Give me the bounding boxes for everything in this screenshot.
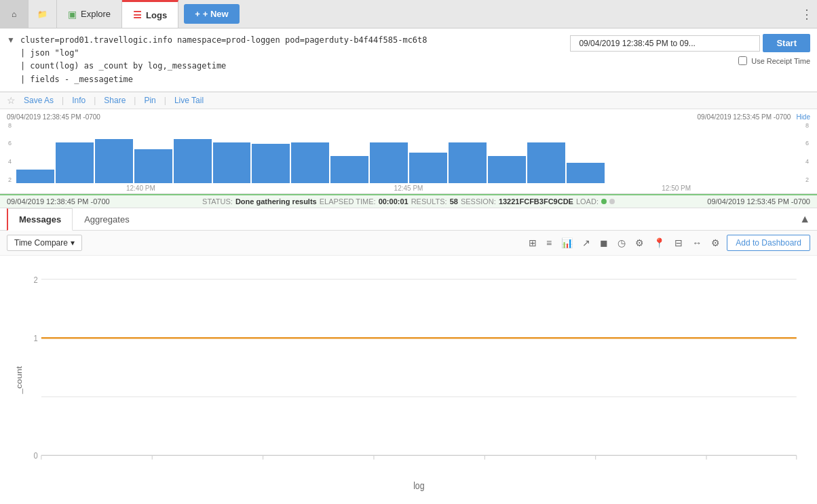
logs-icon: ☰ xyxy=(133,9,142,20)
histogram-bar-13[interactable] xyxy=(527,142,565,183)
y-axis-2: 2 xyxy=(8,176,12,183)
query-toolbar: ☆ Save As | Info | Share | Pin | Live Ta… xyxy=(0,92,817,109)
save-as-link[interactable]: Save As xyxy=(24,96,54,105)
histogram-bar-8[interactable] xyxy=(330,156,368,183)
histogram-bar-4[interactable] xyxy=(174,139,212,183)
content-area: 09/04/2019 12:38:45 PM -0700 09/04/2019 … xyxy=(0,109,817,504)
query-line-3: | count(log) as _count by log,_messageti… xyxy=(20,60,565,73)
more-menu-button[interactable]: ⋮ xyxy=(797,0,817,28)
histogram-bar-11[interactable] xyxy=(449,142,487,183)
logs-tab[interactable]: ☰ Logs xyxy=(122,0,178,28)
messages-tab[interactable]: Messages xyxy=(7,208,73,231)
query-line-1: cluster=prod01.travellogic.info namespac… xyxy=(20,34,565,47)
start-button[interactable]: Start xyxy=(763,34,810,52)
home-icon: ⌂ xyxy=(12,9,16,19)
svg-text:2: 2 xyxy=(33,274,37,284)
y-axis-8: 8 xyxy=(8,122,12,129)
bar-chart-icon[interactable]: 📊 xyxy=(558,236,575,250)
aggregates-tab-label: Aggregates xyxy=(84,214,130,225)
results-section: Messages Aggregates ▲ Time Compare ▾ ⊞ xyxy=(0,208,817,504)
home-button[interactable]: ⌂ xyxy=(0,0,28,28)
results-tabs: Messages Aggregates xyxy=(7,208,141,230)
split-icon[interactable]: ↔ xyxy=(689,236,704,250)
x-label-1250: 12:50 PM xyxy=(662,185,691,192)
sep-4: | xyxy=(164,96,166,105)
time-compare-button[interactable]: Time Compare ▾ xyxy=(7,235,82,251)
scatter-icon[interactable]: ⚙ xyxy=(632,236,647,250)
use-receipt-checkbox-row: Use Receipt Time xyxy=(738,56,810,65)
pie-chart-icon[interactable]: ◷ xyxy=(615,236,628,250)
status-details: STATUS: Done gathering results ELAPSED T… xyxy=(202,197,615,206)
histogram-x-labels: 12:40 PM 12:45 PM 12:50 PM xyxy=(7,183,810,193)
svg-text:_count: _count xyxy=(15,366,24,395)
load-label: LOAD: xyxy=(576,197,598,206)
sep-3: | xyxy=(134,96,136,105)
share-link[interactable]: Share xyxy=(104,96,126,105)
histogram-bar-3[interactable] xyxy=(134,149,172,183)
live-tail-link[interactable]: Live Tail xyxy=(174,96,204,105)
line-chart: 2 1 0 _count xyxy=(14,263,803,497)
start-label: Start xyxy=(776,38,797,48)
more-icon: ⋮ xyxy=(801,7,813,22)
time-range-picker[interactable]: 09/04/2019 12:38:45 PM to 09... xyxy=(570,35,760,52)
main-chart-area: 2 1 0 _count xyxy=(0,256,817,504)
query-line-4: | fields - _messagetime xyxy=(20,73,565,86)
aggregates-tab[interactable]: Aggregates xyxy=(73,208,141,231)
pin-link[interactable]: Pin xyxy=(144,96,155,105)
x-label-1245: 12:45 PM xyxy=(394,185,423,192)
x-label-1240: 12:40 PM xyxy=(126,185,155,192)
status-value: Done gathering results xyxy=(235,197,317,206)
pivot-icon[interactable]: ⊟ xyxy=(672,236,685,250)
elapsed-label: ELAPSED TIME: xyxy=(320,197,376,206)
histogram-start-time: 09/04/2019 12:38:45 PM -0700 xyxy=(7,113,100,121)
histogram-bar-2[interactable] xyxy=(95,139,133,183)
use-receipt-checkbox[interactable] xyxy=(738,56,747,65)
list-icon[interactable]: ≡ xyxy=(544,236,554,250)
histogram-bar-5[interactable] xyxy=(213,142,251,183)
results-label: RESULTS: xyxy=(411,197,447,206)
histogram-bar-7[interactable] xyxy=(291,142,329,183)
new-button[interactable]: + + New xyxy=(184,4,240,24)
logs-label: Logs xyxy=(146,10,167,20)
histogram-bar-12[interactable] xyxy=(488,156,526,183)
histogram-bar-10[interactable] xyxy=(409,153,447,183)
time-compare-chevron: ▾ xyxy=(71,238,75,248)
histogram-bar-14[interactable] xyxy=(567,163,605,183)
hide-histogram-button[interactable]: Hide xyxy=(796,113,810,121)
add-to-dashboard-button[interactable]: Add to Dashboard xyxy=(727,235,810,251)
explore-tab[interactable]: ▣ Explore xyxy=(57,0,122,28)
y-axis-r-2: 2 xyxy=(805,176,809,183)
y-axis-4: 4 xyxy=(8,158,12,165)
agg-toolbar: Time Compare ▾ ⊞ ≡ 📊 ↗ ◼ ◷ ⚙ 📍 ⊟ ↔ ⚙ Add… xyxy=(0,231,817,256)
y-axis-r-6: 6 xyxy=(805,140,809,147)
histogram-bar-6[interactable] xyxy=(252,144,290,183)
query-expand-button[interactable]: ▼ xyxy=(7,34,15,45)
star-button[interactable]: ☆ xyxy=(7,95,16,106)
time-range-value: 09/04/2019 12:38:45 PM to 09... xyxy=(579,39,695,48)
messages-tab-label: Messages xyxy=(19,214,61,225)
expand-icon: ▼ xyxy=(7,35,15,45)
histogram-bar-0[interactable] xyxy=(16,170,54,183)
info-link[interactable]: Info xyxy=(72,96,86,105)
collapse-button[interactable]: ▲ xyxy=(799,213,810,225)
histogram-bar-9[interactable] xyxy=(370,142,408,183)
settings-icon[interactable]: ⚙ xyxy=(708,236,723,250)
query-editor[interactable]: cluster=prod01.travellogic.info namespac… xyxy=(20,34,565,86)
line-chart-icon[interactable]: ↗ xyxy=(580,236,593,250)
explore-label: Explore xyxy=(81,9,111,19)
load-dot-gray xyxy=(609,199,615,204)
folder-icon: 📁 xyxy=(37,9,48,19)
query-line-2: | json "log" xyxy=(20,47,565,60)
sep-1: | xyxy=(62,96,64,105)
top-nav: ⌂ 📁 ▣ Explore ☰ Logs + + New ⋮ xyxy=(0,0,817,28)
folder-button[interactable]: 📁 xyxy=(28,0,57,28)
histogram-bar-1[interactable] xyxy=(56,142,94,183)
y-axis-6: 6 xyxy=(8,140,12,147)
svg-text:log: log xyxy=(413,480,424,491)
area-chart-icon[interactable]: ◼ xyxy=(597,236,611,250)
status-end-time: 09/04/2019 12:53:45 PM -0700 xyxy=(707,197,810,206)
table-icon[interactable]: ⊞ xyxy=(526,236,539,250)
map-icon[interactable]: 📍 xyxy=(651,236,668,250)
query-controls: 09/04/2019 12:38:45 PM to 09... Start Us… xyxy=(570,34,810,65)
add-dashboard-label: Add to Dashboard xyxy=(736,238,801,248)
